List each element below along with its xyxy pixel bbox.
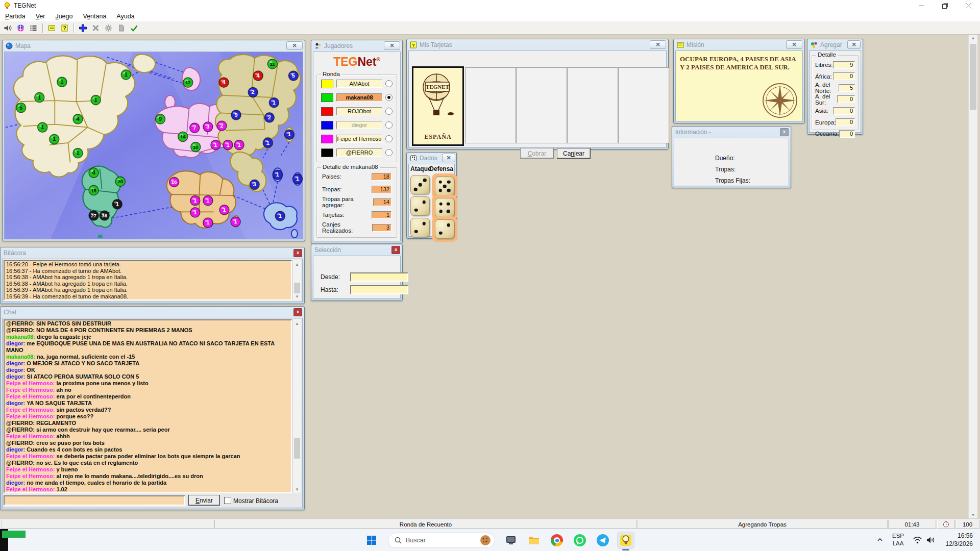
- toolbar-add-icon[interactable]: [77, 22, 89, 34]
- toolbar-gear-icon[interactable]: [102, 22, 115, 34]
- army-marker[interactable]: 2: [248, 87, 258, 97]
- army-marker[interactable]: 1: [112, 199, 122, 209]
- army-marker[interactable]: 4: [253, 71, 263, 81]
- army-marker[interactable]: 16: [169, 177, 179, 187]
- army-marker[interactable]: 2: [264, 113, 274, 122]
- army-marker[interactable]: 1: [234, 140, 244, 149]
- chat-messages[interactable]: @FIERRO: SIN PACTOS SIN DESTRUIR@FIERRO:…: [4, 319, 292, 493]
- army-marker[interactable]: 9: [231, 110, 241, 120]
- tegnet-taskbar-icon[interactable]: [618, 532, 634, 548]
- toolbar-check-icon[interactable]: [128, 22, 140, 34]
- seleccion-close-button[interactable]: x: [391, 246, 400, 254]
- menu-partida[interactable]: Partida: [0, 12, 31, 21]
- army-marker[interactable]: 1: [190, 208, 200, 217]
- army-marker[interactable]: 7: [190, 123, 200, 133]
- player-turn-radio[interactable]: [385, 149, 393, 156]
- army-marker[interactable]: 1: [38, 122, 47, 132]
- army-marker[interactable]: 10: [191, 142, 201, 152]
- army-marker[interactable]: 1: [50, 134, 59, 144]
- enviar-button[interactable]: Enviar: [188, 495, 220, 506]
- hasta-input[interactable]: [350, 285, 408, 294]
- hidden-icons-chevron[interactable]: [876, 536, 884, 544]
- mapa-close-button[interactable]: ✕: [286, 41, 303, 50]
- file-explorer-icon[interactable]: [526, 532, 542, 548]
- army-marker[interactable]: 5: [16, 103, 26, 113]
- desde-input[interactable]: [350, 272, 408, 282]
- army-marker[interactable]: 2: [217, 121, 227, 131]
- canjear-button[interactable]: Canjear: [557, 148, 591, 159]
- army-marker[interactable]: 1: [219, 205, 229, 215]
- dados-close-button[interactable]: ✕: [442, 154, 455, 162]
- country-card-espana[interactable]: TEGNET ESPAÑA: [412, 66, 464, 146]
- army-marker[interactable]: 1: [57, 77, 67, 87]
- army-marker[interactable]: 14: [178, 132, 188, 141]
- menu-ayuda[interactable]: Ayuda: [111, 12, 139, 21]
- player-turn-radio[interactable]: [385, 80, 393, 87]
- toolbar-close-icon[interactable]: [89, 22, 102, 34]
- army-marker[interactable]: 3: [203, 122, 213, 132]
- army-marker[interactable]: 1: [190, 196, 200, 206]
- cobrar-button[interactable]: Cobrar: [520, 148, 554, 159]
- army-marker[interactable]: 4: [219, 78, 229, 87]
- army-marker[interactable]: 11: [267, 59, 277, 69]
- mision-close-button[interactable]: ✕: [786, 40, 802, 49]
- player-turn-radio[interactable]: [385, 94, 393, 101]
- army-marker[interactable]: 1: [284, 130, 294, 139]
- army-marker[interactable]: 1: [273, 170, 282, 180]
- chat-scrollbar[interactable]: ▲▼: [292, 319, 301, 493]
- chat-input[interactable]: [4, 495, 185, 506]
- army-marker[interactable]: 1: [203, 218, 213, 228]
- player-turn-radio[interactable]: [385, 108, 393, 115]
- restore-button[interactable]: [933, 0, 957, 11]
- map-canvas[interactable]: 1115411111244115219211973214101111611111…: [4, 52, 303, 239]
- jugadores-close-button[interactable]: ✕: [384, 41, 400, 50]
- taskbar-clock[interactable]: 16:5612/3/2026: [946, 532, 973, 548]
- menu-ventana[interactable]: Ventana: [78, 12, 111, 21]
- toolbar-note-icon[interactable]: [45, 22, 58, 34]
- speaker-icon[interactable]: [926, 536, 936, 544]
- army-marker[interactable]: 9: [156, 114, 165, 124]
- mis-tarjetas-close-button[interactable]: ✕: [650, 40, 666, 49]
- army-marker[interactable]: 1: [269, 97, 279, 107]
- telegram-icon[interactable]: [595, 532, 611, 548]
- army-marker[interactable]: 1: [231, 217, 240, 227]
- whatsapp-icon[interactable]: [572, 532, 588, 548]
- chrome-icon[interactable]: [549, 532, 565, 548]
- bitacora-scrollbar[interactable]: ▲▼: [292, 260, 301, 300]
- army-marker[interactable]: 1: [223, 140, 233, 149]
- menu-ver[interactable]: Ver: [31, 12, 51, 21]
- army-marker[interactable]: 5: [288, 71, 298, 81]
- toolbar-list-icon[interactable]: [27, 22, 40, 34]
- mostrar-bitacora-checkbox[interactable]: [224, 497, 231, 504]
- close-button[interactable]: [957, 0, 980, 11]
- army-marker[interactable]: 3: [250, 180, 259, 189]
- toolbar-world-icon[interactable]: [14, 22, 27, 34]
- player-turn-radio[interactable]: [385, 135, 393, 142]
- player-turn-radio[interactable]: [385, 121, 393, 129]
- army-marker[interactable]: 1: [275, 211, 285, 221]
- chat-close-button[interactable]: x: [293, 308, 302, 316]
- toolbar-help-icon[interactable]: ?: [58, 22, 71, 34]
- army-marker[interactable]: 20: [115, 177, 125, 186]
- agregar-close-button[interactable]: ✕: [847, 40, 861, 49]
- army-marker[interactable]: 4: [73, 114, 83, 124]
- army-marker[interactable]: 1: [203, 196, 213, 206]
- start-button[interactable]: [363, 532, 380, 548]
- menu-juego[interactable]: Juego: [50, 12, 78, 21]
- army-marker[interactable]: 15: [89, 185, 99, 195]
- army-marker[interactable]: 1: [91, 95, 101, 105]
- bitacora-log[interactable]: 16:56:20 - Feipe el Hermoso tomó una tar…: [4, 260, 292, 300]
- minimize-button[interactable]: [910, 0, 933, 11]
- army-marker[interactable]: 1: [292, 174, 302, 184]
- army-marker[interactable]: 1: [35, 92, 44, 102]
- dark-app-icon[interactable]: [503, 532, 519, 548]
- toolbar-doc-icon[interactable]: [115, 22, 128, 34]
- informacion-close-button[interactable]: x: [780, 128, 789, 136]
- taskbar-search[interactable]: Buscar: [388, 533, 495, 548]
- army-marker[interactable]: 36: [100, 211, 109, 220]
- army-marker[interactable]: 27: [89, 211, 99, 220]
- army-marker[interactable]: 1: [73, 148, 83, 158]
- bitacora-close-button[interactable]: x: [293, 249, 302, 257]
- mdi-scrollbar[interactable]: ▲ ▼: [968, 35, 977, 518]
- wifi-icon[interactable]: [913, 536, 922, 544]
